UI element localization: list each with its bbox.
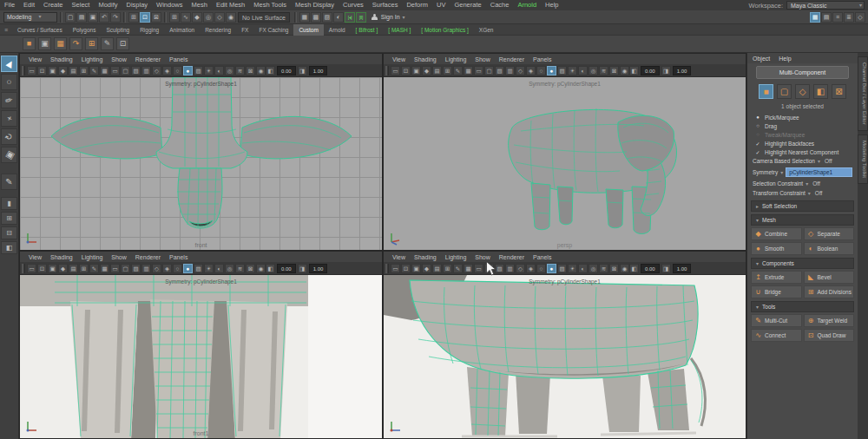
menu-item[interactable]: File: [0, 0, 19, 10]
use-all-lights-icon[interactable]: ☀: [204, 66, 214, 75]
menu-set-select[interactable]: Modeling ▾: [3, 12, 57, 23]
render-settings-icon[interactable]: ▨: [322, 12, 332, 23]
single-pane-layout[interactable]: ▮: [1, 197, 17, 210]
motion-blur-icon[interactable]: ≋: [235, 264, 245, 273]
isolate-select-icon[interactable]: ◉: [256, 66, 266, 75]
front-view-canvas[interactable]: Symmetry: pCylinderShape1 front: [20, 77, 382, 250]
camera-attributes-icon[interactable]: ▣: [48, 66, 57, 75]
menu-item[interactable]: Arnold: [513, 0, 541, 10]
menu-item[interactable]: Generate: [450, 0, 485, 10]
resolution-gate-icon[interactable]: ▢: [484, 66, 494, 75]
undo-icon[interactable]: ↶: [99, 12, 109, 23]
soft-selection-header[interactable]: ▸ Soft Selection: [751, 200, 854, 212]
paint-select-tool[interactable]: ✎: [1, 92, 17, 108]
sign-in-button[interactable]: Sign In ▾: [372, 14, 405, 21]
film-gate-icon[interactable]: ▭: [474, 66, 483, 75]
gate-mask-icon[interactable]: ▧: [131, 264, 141, 273]
interactive-playback-icon[interactable]: [◂]: [345, 12, 355, 23]
viewport-menu-item[interactable]: Show: [471, 254, 494, 260]
menu-item[interactable]: Curves: [339, 0, 368, 10]
connect-button[interactable]: ∿ Connect: [751, 329, 802, 342]
ambient-occlusion-icon[interactable]: ◎: [589, 264, 598, 273]
gate-mask-icon[interactable]: ▧: [495, 264, 504, 273]
shelf-tab[interactable]: FX Caching: [253, 24, 293, 36]
safe-title-icon[interactable]: ◈: [162, 66, 172, 75]
scale-tool[interactable]: ▣: [1, 147, 17, 163]
two-d-pan-zoom-icon[interactable]: ⊞: [79, 66, 89, 75]
snap-to-grid-icon[interactable]: ⊞: [169, 12, 180, 23]
grease-pencil-icon[interactable]: ✎: [89, 264, 99, 273]
transform-constraint-dropdown[interactable]: Transform Constraint ▾ Off: [747, 188, 858, 198]
use-all-lights-icon[interactable]: ☀: [568, 66, 577, 75]
channel-box-toggle-icon[interactable]: ≡: [832, 12, 843, 23]
ambient-occlusion-icon[interactable]: ◎: [225, 66, 234, 75]
attribute-editor-toggle-icon[interactable]: ≣: [844, 12, 854, 23]
open-scene-icon[interactable]: ▤: [76, 12, 87, 23]
menu-item[interactable]: Mesh: [187, 0, 212, 10]
gamma-icon[interactable]: ◨: [298, 66, 307, 75]
viewport-menu-item[interactable]: View: [389, 254, 409, 260]
menu-item[interactable]: Create: [39, 0, 68, 10]
select-hierarchy-icon[interactable]: ⊞: [128, 12, 139, 23]
resolution-gate-icon[interactable]: ▢: [484, 264, 494, 273]
textured-icon[interactable]: ▨: [194, 264, 203, 273]
exposure-value[interactable]: 0.00: [641, 66, 660, 75]
xray-icon[interactable]: ⊠: [246, 66, 255, 75]
exposure-value[interactable]: 0.00: [277, 264, 296, 273]
bookmark-icon[interactable]: ◆: [58, 264, 68, 273]
marquee-tool-shelf-icon[interactable]: ▣: [38, 37, 51, 50]
side-panel-tab[interactable]: Channel Box / Layer Editor: [858, 56, 868, 131]
gamma-value[interactable]: 1.00: [309, 264, 328, 273]
viewport-menu-item[interactable]: Renderer: [496, 56, 528, 62]
modeling-toolkit-toggle-icon[interactable]: ◇: [855, 12, 865, 23]
uv-mode-icon[interactable]: ⊠: [832, 84, 846, 99]
shadows-icon[interactable]: ◐: [578, 66, 588, 75]
tools-section-header[interactable]: ▾ Tools: [751, 301, 854, 312]
shelf-tab[interactable]: Sculpting: [101, 24, 135, 36]
bridge-button[interactable]: ∪ Bridge: [751, 285, 802, 298]
viewport-menu-item[interactable]: Show: [108, 56, 130, 62]
bookmark-icon[interactable]: ◆: [422, 66, 431, 75]
viewport-menu-item[interactable]: Show: [108, 254, 130, 260]
grease-pencil-icon[interactable]: ✎: [89, 66, 99, 75]
grid-icon[interactable]: ▦: [464, 66, 473, 75]
outliner-persp-layout[interactable]: ◧: [1, 241, 17, 254]
front1-view-canvas[interactable]: Symmetry: pCylinderShape1 front1: [20, 275, 382, 438]
exposure-icon[interactable]: ◧: [629, 66, 639, 75]
multi-component-button[interactable]: Multi-Component: [756, 66, 849, 79]
select-camera-icon[interactable]: ▭: [391, 264, 400, 273]
viewport-menu-item[interactable]: Lighting: [442, 254, 470, 260]
separate-button[interactable]: ◇ Separate: [804, 227, 855, 240]
move-tool[interactable]: +: [1, 110, 17, 127]
snap-to-point-icon[interactable]: ◆: [192, 12, 202, 23]
gamma-icon[interactable]: ◨: [661, 66, 671, 75]
grease-pencil-icon[interactable]: ✎: [453, 264, 463, 273]
curve-arrow-shelf-icon[interactable]: ↷: [69, 37, 82, 50]
safe-action-icon[interactable]: ◇: [152, 66, 161, 75]
gamma-icon[interactable]: ◨: [298, 264, 307, 273]
menu-item[interactable]: Select: [68, 0, 95, 10]
shelf-tab[interactable]: Polygons: [68, 24, 102, 36]
multi-cut-button[interactable]: ✎ Multi-Cut: [751, 314, 802, 327]
safe-action-icon[interactable]: ◇: [152, 264, 161, 273]
multi-cut-shelf-icon[interactable]: ✎: [101, 37, 114, 50]
wireframe-icon[interactable]: ○: [536, 264, 546, 273]
snap-to-view-plane-icon[interactable]: ◇: [214, 12, 225, 23]
mesh-section-header[interactable]: ▾ Mesh: [751, 214, 854, 226]
xray-icon[interactable]: ⊠: [609, 66, 619, 75]
safe-action-icon[interactable]: ◇: [516, 66, 525, 75]
shelf-tab[interactable]: Curves / Surfaces: [12, 24, 68, 36]
select-camera-icon[interactable]: ▭: [27, 264, 36, 273]
viewport-menu-item[interactable]: View: [25, 56, 45, 62]
symmetry-dropdown[interactable]: Symmetry ▾ pCylinderShape1: [747, 166, 858, 179]
side-view-canvas[interactable]: Symmetry: pCylinderShape1: [384, 275, 746, 438]
film-gate-icon[interactable]: ▭: [110, 264, 120, 273]
rotate-tool[interactable]: ↻: [1, 128, 17, 145]
shaded-icon[interactable]: ●: [547, 264, 556, 273]
duplicate-shelf-icon[interactable]: ▦: [54, 37, 67, 50]
motion-blur-icon[interactable]: ≋: [599, 66, 608, 75]
field-chart-icon[interactable]: ▥: [505, 264, 515, 273]
viewport-menu-item[interactable]: Shading: [411, 254, 440, 260]
viewport-menu-item[interactable]: Lighting: [78, 56, 107, 62]
outliner-toggle-icon[interactable]: ▤: [821, 12, 832, 23]
